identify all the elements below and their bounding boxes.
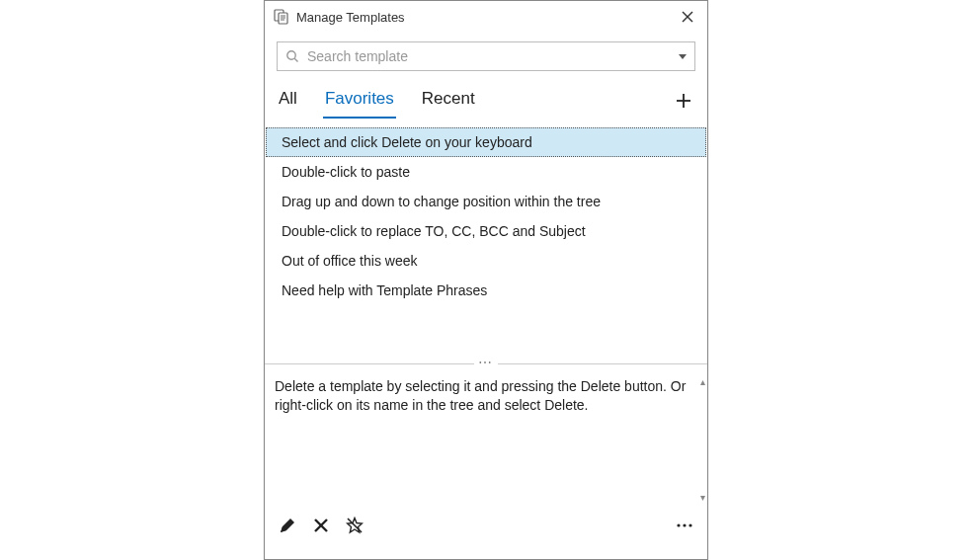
list-item[interactable]: Double-click to replace TO, CC, BCC and … xyxy=(266,216,706,246)
svg-point-14 xyxy=(677,523,680,526)
svg-point-7 xyxy=(287,51,295,59)
tab-favorites[interactable]: Favorites xyxy=(323,85,396,119)
svg-line-8 xyxy=(294,58,297,61)
window-title: Manage Templates xyxy=(296,10,676,25)
list-item[interactable]: Need help with Template Phrases xyxy=(266,276,706,305)
search-input[interactable]: Search template xyxy=(277,41,695,71)
search-icon xyxy=(285,49,299,63)
splitter-handle[interactable] xyxy=(265,363,707,373)
tab-bar: All Favorites Recent xyxy=(265,77,707,119)
preview-pane: Delete a template by selecting it and pr… xyxy=(265,373,707,506)
list-item[interactable]: Double-click to paste xyxy=(266,157,706,187)
svg-point-15 xyxy=(683,523,686,526)
svg-point-16 xyxy=(688,523,691,526)
add-template-button[interactable] xyxy=(672,89,695,113)
list-item[interactable]: Drag up and down to change position with… xyxy=(266,187,706,216)
dropdown-caret-icon[interactable] xyxy=(679,54,687,59)
search-placeholder: Search template xyxy=(307,48,679,64)
list-item[interactable]: Select and click Delete on your keyboard xyxy=(266,127,706,157)
more-options-icon[interactable] xyxy=(674,515,695,536)
bottom-toolbar xyxy=(265,506,707,545)
manage-templates-panel: Manage Templates Search template All Fav… xyxy=(264,0,708,560)
list-item[interactable]: Out of office this week xyxy=(266,246,706,276)
template-list: Select and click Delete on your keyboard… xyxy=(265,126,707,306)
close-icon[interactable] xyxy=(676,5,699,29)
tab-recent[interactable]: Recent xyxy=(420,85,477,119)
tab-all[interactable]: All xyxy=(277,85,299,119)
scrollbar-up-icon[interactable]: ▴ xyxy=(700,375,705,389)
scrollbar-down-icon[interactable]: ▾ xyxy=(700,491,705,505)
templates-app-icon xyxy=(273,8,290,26)
delete-icon[interactable] xyxy=(310,515,332,536)
unfavorite-star-icon[interactable] xyxy=(344,515,365,536)
titlebar: Manage Templates xyxy=(265,1,707,33)
search-container: Search template xyxy=(265,33,707,77)
edit-icon[interactable] xyxy=(277,515,298,536)
preview-text: Delete a template by selecting it and pr… xyxy=(275,378,686,413)
